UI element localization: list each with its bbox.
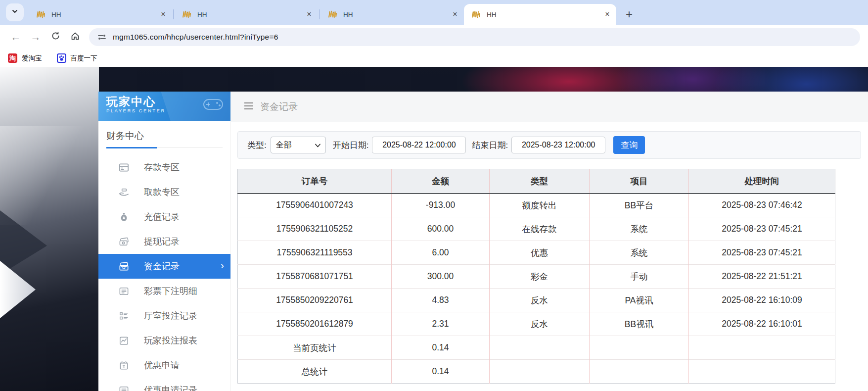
tab-search-button[interactable]	[6, 3, 24, 21]
sidebar-item-资金记录[interactable]: 资金记录›	[98, 254, 230, 279]
url-text: mgm1065.com/hhcp/usercenter.html?iniType…	[113, 33, 278, 42]
sidebar-item-优惠申请记录[interactable]: 优惠申请记录	[98, 378, 230, 391]
type-select[interactable]: 全部	[271, 137, 326, 153]
bookmarks-bar: 淘爱淘宝百度一下	[0, 49, 868, 67]
gamepad-icon	[202, 96, 225, 114]
cash-icon	[118, 236, 130, 247]
site-settings-icon[interactable]	[97, 32, 107, 42]
table-header-cell: 处理时间	[689, 169, 835, 194]
table-cell: 1755906401007243	[238, 194, 392, 217]
new-tab-button[interactable]: +	[621, 6, 637, 22]
table-cell: 反水	[490, 312, 590, 336]
address-bar[interactable]: mgm1065.com/hhcp/usercenter.html?iniType…	[89, 28, 860, 46]
browser-tab[interactable]: HH×	[320, 4, 464, 25]
table-cell: 0.14	[392, 336, 490, 360]
bookmark-item[interactable]: 淘爱淘宝	[8, 53, 42, 63]
table-cell: BB平台	[590, 194, 689, 217]
type-select-value: 全部	[276, 140, 292, 150]
baidu-icon	[57, 53, 66, 63]
browser-tab[interactable]: HH×	[29, 4, 172, 25]
home-icon	[70, 31, 80, 44]
sidebar-item-label: 存款专区	[144, 161, 180, 173]
table-row: 总统计0.14	[238, 360, 835, 384]
sidebar-item-取款专区[interactable]: 取款专区	[98, 180, 230, 204]
sidebar-item-厅室投注记录[interactable]: 厅室投注记录	[98, 303, 230, 328]
list-icon	[118, 286, 130, 297]
sidebar-item-优惠申请[interactable]: 优惠申请	[98, 353, 230, 378]
site-favicon-icon	[36, 10, 46, 19]
main-panel: 资金记录 类型: 全部 开始日期: 2025-08-22 12:00:00	[231, 92, 868, 391]
sidebar-item-玩家投注报表[interactable]: 玩家投注报表	[98, 328, 230, 353]
table-cell: 额度转出	[490, 194, 590, 217]
tab-close-icon[interactable]: ×	[158, 9, 168, 19]
sidebar-item-label: 玩家投注报表	[144, 335, 197, 346]
browser-tab[interactable]: HH×	[175, 4, 318, 25]
sidebar-item-彩票下注明细[interactable]: 彩票下注明细	[98, 279, 230, 303]
tab-close-icon[interactable]: ×	[304, 9, 314, 19]
hamburger-icon[interactable]	[244, 101, 254, 112]
table-row: 1755906401007243-913.00额度转出BB平台2025-08-2…	[238, 194, 835, 217]
reload-button[interactable]	[46, 27, 65, 47]
forward-button[interactable]: →	[26, 27, 46, 47]
table-cell: 4.83	[392, 289, 490, 312]
table-cell: 1755906321105252	[238, 217, 392, 241]
home-button[interactable]	[65, 27, 85, 47]
tab-title: HH	[197, 11, 304, 18]
taobao-icon: 淘	[8, 53, 17, 63]
table-cell: 手动	[590, 265, 689, 289]
table-cell: 彩金	[490, 265, 590, 289]
search-button[interactable]: 查询	[613, 136, 645, 154]
filter-panel: 类型: 全部 开始日期: 2025-08-22 12:00:00 结束日期: 2…	[237, 131, 861, 159]
sidebar-item-label: 优惠申请	[144, 359, 180, 371]
players-center-banner: 玩家中心 PLAYERS CENTER	[98, 92, 230, 121]
sidebar-item-label: 充值记录	[144, 211, 180, 223]
table-cell: 300.00	[392, 265, 490, 289]
chevron-down-icon	[11, 7, 19, 17]
table-cell	[689, 336, 835, 360]
site-favicon-icon	[327, 10, 338, 19]
sidebar-item-提现记录[interactable]: 提现记录	[98, 229, 230, 254]
table-cell: 系统	[590, 217, 689, 241]
select-chevron-icon	[315, 141, 320, 149]
table-cell: 反水	[490, 289, 590, 312]
table-header-cell: 订单号	[238, 169, 392, 194]
table-cell	[590, 360, 689, 384]
site-favicon-icon	[182, 10, 192, 19]
site-favicon-icon	[471, 10, 482, 19]
table-row: 17558502092207614.83反水PA视讯2025-08-22 16:…	[238, 289, 835, 312]
table-cell: 2025-08-23 07:45:21	[689, 217, 835, 241]
table-cell: 2025-08-22 21:51:21	[689, 265, 835, 289]
table-cell	[490, 336, 590, 360]
back-button[interactable]: ←	[6, 27, 26, 47]
table-cell: 2025-08-22 16:10:01	[689, 312, 835, 336]
list-icon	[118, 385, 130, 391]
browser-tab[interactable]: HH×	[464, 4, 616, 25]
table-cell: 1755850209220761	[238, 289, 392, 312]
page-viewport: 玩家中心 PLAYERS CENTER 财务中心 存款专区取款专区充值记录提现记…	[0, 67, 868, 391]
tab-close-icon[interactable]: ×	[602, 9, 612, 19]
end-date-input[interactable]: 2025-08-23 12:00:00	[511, 137, 605, 153]
sidebar-item-label: 取款专区	[144, 186, 180, 198]
tab-strip: HH×HH×HH×HH× +	[0, 0, 868, 25]
fund-records-table: 订单号金额类型项目处理时间 1755906401007243-913.00额度转…	[237, 169, 835, 384]
reload-icon	[51, 31, 60, 43]
bookmark-label: 百度一下	[71, 54, 97, 63]
wallet-icon	[118, 261, 130, 272]
table-cell	[689, 360, 835, 384]
browser-window: HH×HH×HH×HH× + ← → mg	[0, 0, 868, 391]
page-header: 资金记录	[231, 92, 868, 122]
sidebar-item-存款专区[interactable]: 存款专区	[98, 155, 230, 180]
sidebar-item-label: 优惠申请记录	[144, 384, 197, 391]
table-cell	[490, 360, 590, 384]
type-label: 类型:	[247, 140, 267, 151]
table-cell: 2025-08-23 07:45:21	[689, 241, 835, 265]
table-row: 1755906321105252600.00在线存款系统2025-08-23 0…	[238, 217, 835, 241]
start-date-input[interactable]: 2025-08-22 12:00:00	[372, 137, 466, 153]
bookmark-item[interactable]: 百度一下	[57, 53, 97, 63]
sidebar: 玩家中心 PLAYERS CENTER 财务中心 存款专区取款专区充值记录提现记…	[98, 92, 231, 391]
tab-close-icon[interactable]: ×	[450, 9, 460, 19]
checklist-icon	[118, 310, 130, 322]
start-date-label: 开始日期:	[333, 140, 369, 151]
table-cell: 2025-08-22 16:10:09	[689, 289, 835, 312]
sidebar-item-充值记录[interactable]: 充值记录	[98, 204, 230, 229]
